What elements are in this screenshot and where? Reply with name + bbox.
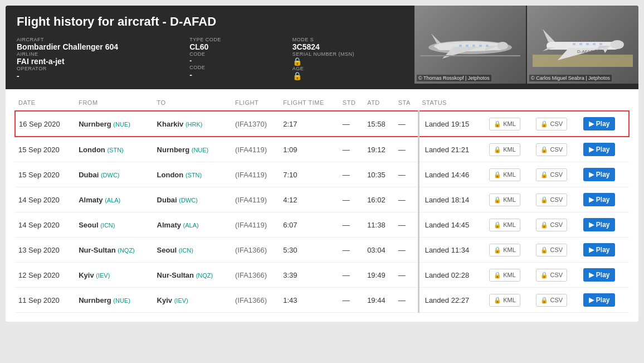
play-icon: ▶: [589, 246, 594, 254]
play-button[interactable]: ▶ Play: [583, 268, 616, 282]
kml-button[interactable]: 🔒 KML: [489, 168, 520, 181]
cell-csv: 🔒 CSV: [533, 238, 579, 263]
cell-status: Landed 21:21: [418, 137, 486, 162]
aircraft-info: AIRCRAFT Bombardier Challenger 604 AIRLI…: [17, 37, 167, 80]
cell-flight-time: 6:07: [280, 212, 339, 238]
kml-button[interactable]: 🔒 KML: [489, 269, 520, 282]
play-button[interactable]: ▶ Play: [583, 168, 616, 181]
play-button[interactable]: ▶ Play: [583, 293, 616, 307]
modes-info: MODE S 3C5824 SERIAL NUMBER (MSN) 🔒 AGE …: [292, 37, 403, 80]
header-info: Flight history for aircraft - D-AFAD AIR…: [6, 6, 414, 89]
cell-kml: 🔒 KML: [486, 212, 533, 238]
cell-play: ▶ Play: [580, 162, 629, 187]
cell-status: Landed 02:28: [418, 263, 486, 288]
kml-button[interactable]: 🔒 KML: [489, 193, 520, 206]
kml-button[interactable]: 🔒 KML: [489, 143, 520, 156]
cell-status: Landed 14:45: [418, 212, 486, 238]
csv-button[interactable]: 🔒 CSV: [536, 244, 567, 256]
play-icon: ▶: [589, 171, 594, 178]
cell-kml: 🔒 KML: [486, 111, 533, 137]
cell-std: —: [339, 238, 364, 263]
from-code: (ICN): [100, 222, 115, 229]
svg-point-15: [611, 40, 624, 49]
csv-button[interactable]: 🔒 CSV: [536, 168, 567, 181]
to-code: (IEV): [174, 297, 188, 304]
cell-to: Nurnberg (NUE): [154, 137, 232, 162]
cell-csv: 🔒 CSV: [533, 263, 579, 288]
modes-label: MODE S: [292, 37, 403, 42]
from-code: (NUE): [113, 121, 130, 128]
airline-sub-label: Code: [189, 51, 270, 57]
aircraft-label: AIRCRAFT: [17, 37, 167, 42]
col-from: FROM: [75, 95, 153, 111]
lock-icon: 🔒: [494, 272, 501, 279]
play-button[interactable]: ▶ Play: [583, 143, 616, 156]
svg-point-3: [497, 42, 508, 50]
page-title: Flight history for aircraft - D-AFAD: [17, 14, 403, 29]
cell-atd: 19:49: [364, 263, 395, 288]
kml-button[interactable]: 🔒 KML: [489, 244, 520, 256]
from-city: Kyiv: [79, 271, 94, 279]
kml-button[interactable]: 🔒 KML: [489, 118, 520, 130]
csv-label: CSV: [550, 171, 563, 178]
from-city: Dubai: [79, 171, 99, 179]
to-city: London: [157, 171, 184, 179]
table-body: 16 Sep 2020 Nurnberg (NUE) Kharkiv (HRK)…: [15, 111, 629, 313]
csv-button[interactable]: 🔒 CSV: [536, 269, 567, 282]
header-images: © Thomas Rosskopf | Jetphotos: [414, 6, 638, 89]
lock-icon: 🔒: [540, 272, 548, 279]
csv-label: CSV: [550, 196, 563, 203]
play-label: Play: [596, 196, 610, 204]
from-code: (IEV): [96, 272, 110, 279]
csv-button[interactable]: 🔒 CSV: [536, 143, 567, 156]
to-code: (ICN): [179, 247, 193, 254]
cell-flight: (IFA4119): [232, 137, 280, 162]
msn-value: 🔒: [292, 57, 403, 66]
from-code: (NQZ): [118, 247, 135, 254]
csv-button[interactable]: 🔒 CSV: [536, 118, 567, 130]
cell-kml: 🔒 KML: [486, 288, 533, 313]
to-city: Dubai: [157, 196, 177, 204]
csv-label: CSV: [550, 246, 563, 253]
cell-flight: (IFA4119): [232, 187, 280, 212]
play-button[interactable]: ▶ Play: [583, 218, 616, 231]
play-button[interactable]: ▶ Play: [583, 193, 616, 206]
table-section: DATE FROM TO FLIGHT FLIGHT TIME STD ATD …: [6, 89, 638, 322]
cell-csv: 🔒 CSV: [533, 288, 579, 313]
csv-button[interactable]: 🔒 CSV: [536, 294, 567, 307]
kml-button[interactable]: 🔒 KML: [489, 294, 520, 307]
cell-from: London (STN): [75, 137, 153, 162]
aircraft-info-grid: AIRCRAFT Bombardier Challenger 604 AIRLI…: [17, 37, 403, 80]
cell-kml: 🔒 KML: [486, 238, 533, 263]
age-label: AGE: [292, 66, 403, 71]
photo1-placeholder: [414, 6, 526, 84]
kml-button[interactable]: 🔒 KML: [489, 219, 520, 231]
csv-label: CSV: [550, 272, 563, 278]
lock-icon-age: 🔒: [292, 71, 302, 80]
cell-std: —: [339, 111, 364, 137]
photo2-wrap: D-AFAD © Carlos Miguel Seabra | Jetphoto…: [527, 6, 638, 84]
play-button[interactable]: ▶ Play: [583, 243, 616, 256]
cell-std: —: [339, 288, 364, 313]
csv-button[interactable]: 🔒 CSV: [536, 193, 567, 206]
svg-rect-21: [573, 43, 575, 45]
kml-label: KML: [503, 246, 516, 253]
table-row: 16 Sep 2020 Nurnberg (NUE) Kharkiv (HRK)…: [15, 111, 629, 137]
table-header: DATE FROM TO FLIGHT FLIGHT TIME STD ATD …: [15, 95, 629, 111]
cell-atd: 11:38: [364, 212, 395, 238]
cell-to: Kharkiv (HRK): [154, 111, 232, 137]
to-code: (ALA): [183, 222, 199, 229]
cell-flight-time: 4:12: [280, 187, 339, 212]
from-city: Nurnberg: [79, 120, 111, 128]
play-label: Play: [596, 296, 610, 304]
svg-rect-10: [479, 45, 482, 47]
table-row: 11 Sep 2020 Nurnberg (NUE) Kyiv (IEV) (I…: [15, 288, 629, 313]
photo2-caption: © Carlos Miguel Seabra | Jetphotos: [529, 75, 612, 81]
from-city: Seoul: [79, 221, 98, 229]
cell-play: ▶ Play: [580, 187, 629, 212]
csv-label: CSV: [550, 146, 563, 153]
play-button[interactable]: ▶ Play: [583, 117, 616, 130]
cell-flight-time: 5:30: [280, 238, 339, 263]
csv-button[interactable]: 🔒 CSV: [536, 219, 567, 231]
from-city: London: [79, 146, 105, 154]
